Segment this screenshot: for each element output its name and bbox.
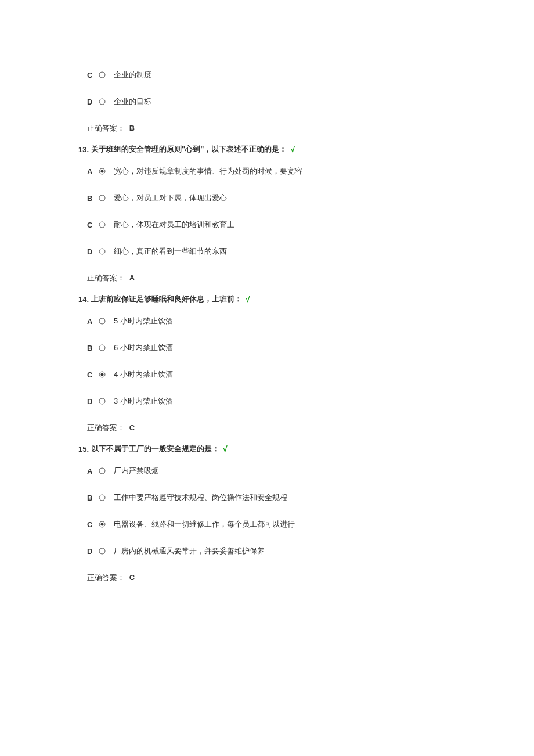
answer-label: 正确答案： [87,423,125,432]
question-14: 14. 上班前应保证足够睡眠和良好休息，上班前： √ [78,294,447,304]
option-text: 工作中要严格遵守技术规程、岗位操作法和安全规程 [114,492,287,503]
radio-unselected-icon[interactable] [99,548,106,555]
option-text: 5 小时内禁止饮酒 [114,316,173,326]
option-row: B 6 小时内禁止饮酒 [87,343,447,353]
radio-selected-icon[interactable] [99,521,106,528]
option-row: A 宽心，对违反规章制度的事情、行为处罚的时候，要宽容 [87,166,447,177]
option-text: 4 小时内禁止饮酒 [114,369,173,380]
option-row: A 5 小时内禁止饮酒 [87,316,447,326]
correct-answer: 正确答案： B [87,123,447,134]
check-icon: √ [290,145,295,154]
svg-point-11 [99,398,105,404]
question-number: 15. [78,445,89,453]
option-row: C 企业的制度 [87,70,447,80]
option-text: 企业的制度 [114,70,151,80]
check-icon: √ [223,444,228,453]
svg-point-8 [99,345,105,351]
option-letter: C [87,520,96,529]
svg-point-12 [99,468,105,474]
option-text: 细心，真正的看到一些细节的东西 [114,246,227,257]
option-letter: D [87,397,96,406]
option-letter: C [87,71,96,80]
option-row: B 爱心，对员工对下属，体现出爱心 [87,193,447,203]
radio-unselected-icon[interactable] [99,71,106,78]
option-row: D 3 小时内禁止饮酒 [87,396,447,406]
option-letter: D [87,247,96,256]
question-13: 13. 关于班组的安全管理的原则"心到"，以下表述不正确的是： √ [78,144,447,154]
radio-unselected-icon[interactable] [99,248,106,255]
answer-value: C [129,573,135,582]
svg-point-15 [101,523,104,526]
question-text: 以下不属于工厂的一般安全规定的是： [91,444,219,454]
option-text: 耐心，体现在对员工的培训和教育上 [114,219,234,230]
option-row: B 工作中要严格遵守技术规程、岗位操作法和安全规程 [87,492,447,503]
option-text: 电器设备、线路和一切维修工作，每个员工都可以进行 [114,519,295,530]
option-row: D 企业的目标 [87,96,447,107]
option-text: 企业的目标 [114,96,151,107]
svg-point-7 [99,318,105,324]
svg-point-16 [99,548,105,554]
option-letter: A [87,467,96,476]
svg-point-6 [99,249,105,254]
svg-point-1 [99,99,105,105]
radio-unselected-icon[interactable] [99,318,106,325]
question-text: 上班前应保证足够睡眠和良好休息，上班前： [91,294,242,304]
svg-point-0 [99,72,105,78]
option-row: C 电器设备、线路和一切维修工作，每个员工都可以进行 [87,519,447,530]
svg-point-5 [99,222,105,228]
option-letter: A [87,317,96,326]
option-row: C 4 小时内禁止饮酒 [87,369,447,380]
answer-label: 正确答案： [87,273,125,282]
option-letter: B [87,194,96,203]
correct-answer: 正确答案： C [87,423,447,433]
question-15: 15. 以下不属于工厂的一般安全规定的是： √ [78,444,447,454]
question-number: 14. [78,295,89,304]
option-letter: D [87,547,96,556]
option-letter: B [87,494,96,502]
option-text: 6 小时内禁止饮酒 [114,343,173,353]
svg-point-4 [99,195,105,201]
option-row: A 厂内严禁吸烟 [87,466,447,476]
question-text: 关于班组的安全管理的原则"心到"，以下表述不正确的是： [91,144,287,154]
option-text: 爱心，对员工对下属，体现出爱心 [114,193,227,203]
radio-selected-icon[interactable] [99,168,106,175]
radio-unselected-icon[interactable] [99,98,106,105]
answer-value: A [129,273,135,282]
option-text: 厂房内的机械通风要常开，并要妥善维护保养 [114,546,265,556]
answer-label: 正确答案： [87,124,125,132]
correct-answer: 正确答案： A [87,273,447,283]
option-letter: B [87,344,96,352]
option-letter: C [87,221,96,229]
answer-value: C [129,423,135,432]
radio-unselected-icon[interactable] [99,467,106,474]
radio-unselected-icon[interactable] [99,398,106,405]
quiz-page: C 企业的制度 D 企业的目标 正确答案： B 13. 关于班组的安全管理的原则… [0,0,534,710]
option-text: 3 小时内禁止饮酒 [114,396,173,406]
option-letter: D [87,98,96,106]
option-row: D 细心，真正的看到一些细节的东西 [87,246,447,257]
option-letter: C [87,370,96,379]
option-letter: A [87,167,96,176]
option-text: 厂内严禁吸烟 [114,466,159,476]
svg-point-13 [99,495,105,501]
correct-answer: 正确答案： C [87,573,447,583]
radio-unselected-icon[interactable] [99,195,106,201]
option-row: C 耐心，体现在对员工的培训和教育上 [87,219,447,230]
svg-point-10 [101,373,104,376]
svg-point-3 [101,170,104,173]
radio-unselected-icon[interactable] [99,494,106,501]
radio-unselected-icon[interactable] [99,221,106,228]
option-row: D 厂房内的机械通风要常开，并要妥善维护保养 [87,546,447,556]
radio-selected-icon[interactable] [99,371,106,378]
question-number: 13. [78,145,89,154]
option-text: 宽心，对违反规章制度的事情、行为处罚的时候，要宽容 [114,166,302,177]
answer-value: B [129,124,135,132]
answer-label: 正确答案： [87,573,125,582]
radio-unselected-icon[interactable] [99,344,106,351]
check-icon: √ [246,294,250,304]
